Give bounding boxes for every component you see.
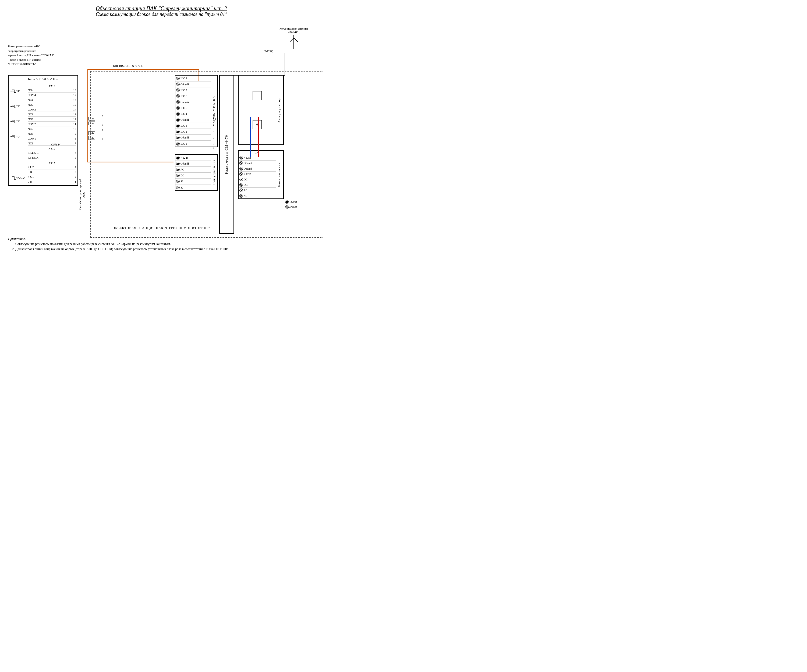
contact-u1: + U1 2 <box>28 174 76 179</box>
wire-right-conn <box>234 75 285 76</box>
mbk-title: Модуль МВК-RS <box>211 76 218 146</box>
contact-com2: COM2 11 2.4к 3 <box>28 121 76 126</box>
power-term-12v-2: + 12 В <box>239 172 276 177</box>
contact-u2: + U2 4 <box>28 164 76 169</box>
cable-label: КПСВВнг-FRLS 2x2x0.5 <box>113 64 144 68</box>
accum-plus: + <box>252 120 262 129</box>
contact-nc2: NC2 10 <box>28 126 76 131</box>
wire-top-v <box>285 53 285 76</box>
to-loops-label: К шлейфам существующей АПС <box>78 179 86 211</box>
relay-rabota-symbol: "Работа" <box>10 173 26 183</box>
power-title: Блок питания <box>276 151 283 199</box>
term-sc5: ШС 5 <box>175 105 211 111</box>
power-term-common-1: Общий <box>239 161 276 166</box>
mbk-terminals: ШС 8 Общий ШС 7 <box>175 76 211 146</box>
wire-blue-v <box>250 117 251 157</box>
contact-no3: NO3 15 <box>28 102 76 107</box>
power-block: BAT + 12 В Общий <box>238 150 284 199</box>
power-term-12v-1: + 12 В <box>239 155 276 161</box>
ctrl-s2-1: S2 <box>175 179 211 184</box>
ctrl-12v: + 12 В <box>175 155 211 161</box>
power-term-ac-1: АС <box>239 188 276 193</box>
accum-title: Аккумулятор <box>276 76 283 144</box>
xt11-label: XT11 <box>28 161 76 164</box>
accumulator-block: – + Аккумулятор <box>238 75 284 145</box>
power-term-common-2: Общий <box>239 166 276 172</box>
accum-terminals: – + <box>239 76 276 144</box>
svg-line-7 <box>294 38 298 42</box>
contact-com1: COM1 8 2.4к 2 <box>28 136 76 141</box>
diagram-area: Блока реле системы АПС запрограммирован … <box>8 23 315 232</box>
term-sc2: ШС 2 4 <box>175 129 211 135</box>
orange-wire-top <box>87 69 199 70</box>
control-terminals: + 12 В Общий АС <box>175 155 211 191</box>
antenna-icon <box>288 35 299 49</box>
term-common6: Общий <box>175 99 211 105</box>
wire-red-v <box>258 117 259 157</box>
title-line1: Объектовая станция ПАК "Стрелец монитори… <box>8 5 315 12</box>
control-block: + 12 В Общий АС <box>175 154 218 191</box>
relay-block-box: БЛОК РЕЛЕ АПС "4" "3" "2" <box>8 75 78 186</box>
orange-wire-bottom <box>87 162 173 163</box>
contact-0v3: 0 В 3 <box>28 169 76 174</box>
control-title: Блок управления <box>211 155 218 191</box>
ctrl-common: Общий <box>175 161 211 167</box>
xt12-label: XT12 <box>28 147 76 150</box>
bat-label: BAT <box>239 151 276 155</box>
relay3-symbol: "3" <box>10 100 26 113</box>
relay2-symbol: "2" <box>10 114 26 129</box>
power-220v-1: –220 В <box>285 200 297 204</box>
station-label: ОБЪЕКТОВАЯ СТАНЦИЯ ПАК "СТРЕЛЕЦ МОНИТОРИ… <box>113 226 210 230</box>
contact-no1: NO1 9 2.4к 1 <box>28 131 76 136</box>
antenna-label1: Коллинеарная антенна <box>279 27 308 31</box>
contact-no2: NO2 12 2.4к 4 <box>28 117 76 121</box>
relay-left: "4" "3" "2" "1" " <box>10 84 26 184</box>
com14-label: COM 14 <box>51 143 61 146</box>
relay-block-label: Блока реле системы АПС запрограммирован … <box>8 44 62 66</box>
relay-block-title: БЛОК РЕЛЕ АПС <box>8 76 78 82</box>
note-2: 2. Для контроля линии сопряжения на обры… <box>12 247 315 252</box>
power-term-dc-2: DC <box>239 183 276 188</box>
term-sc6: ШС 6 <box>175 93 211 99</box>
contact-rs485b: RS485 B 6 <box>28 150 76 155</box>
notes-title: Примечание. <box>8 236 315 241</box>
contact-nc4: NC4 16 <box>28 97 76 102</box>
antenna-area: Коллинеарная антенна 470 МГц <box>279 27 308 50</box>
notes-section: Примечание. 1. Согласующие резисторы пок… <box>8 236 315 252</box>
ctrl-dc: DC <box>175 173 211 179</box>
contact-com3: COM3 14 <box>28 107 76 112</box>
term-sc1: ШС 1 2 1 <box>175 141 211 146</box>
power-220v-2: –220 В <box>285 206 297 209</box>
contact-nc3: NC3 13 <box>28 112 76 117</box>
power-term-dc-1: DC <box>239 177 276 183</box>
radiomodem-block: Радиомодем СМ-4-70 <box>219 75 234 234</box>
svg-line-6 <box>290 38 294 42</box>
term-sc8: ШС 8 <box>175 76 211 81</box>
term-sc4: ШС 4 <box>175 111 211 117</box>
mbk-block: ШС 8 Общий ШС 7 <box>175 75 218 147</box>
power-terminals: BAT + 12 В Общий <box>239 151 276 199</box>
title-line2: Схема коммутации блоков для передачи сиг… <box>8 12 315 17</box>
antenna-label2: 470 МГц <box>279 31 308 34</box>
title-block: Объектовая станция ПАК "Стрелец монитори… <box>8 5 315 17</box>
term-sc7: ШС 7 <box>175 87 211 93</box>
ctrl-ac: АС <box>175 167 211 173</box>
wire-top-h <box>234 53 285 53</box>
orange-wire-left <box>87 69 88 162</box>
relay-contacts: XT13 NO4 18 COM4 17 NC4 16 NO3 15 <box>26 84 76 184</box>
radiomodem-title: Радиомодем СМ-4-70 <box>224 135 229 174</box>
relay-inner: "4" "3" "2" "1" " <box>8 82 78 185</box>
power-term-ac-2: АС <box>239 193 276 199</box>
term-common4: Общий <box>175 117 211 123</box>
contact-rs485a: RS485 A 5 <box>28 155 76 160</box>
ctrl-s2-2: S2 <box>175 184 211 191</box>
term-sc3: ШС 3 <box>175 123 211 129</box>
term-common2: Общий 3 <box>175 135 211 141</box>
contact-com4: COM4 17 <box>28 93 76 97</box>
contact-0v1: 0 В 1 <box>28 179 76 184</box>
contact-no4: NO4 18 <box>28 88 76 93</box>
relay1-symbol: "1" <box>10 129 26 144</box>
xt13-label: XT13 <box>28 85 76 88</box>
n722q-label: N-722Q <box>264 50 273 53</box>
note-1: 1. Согласующие резисторы показаны для ре… <box>12 241 315 247</box>
